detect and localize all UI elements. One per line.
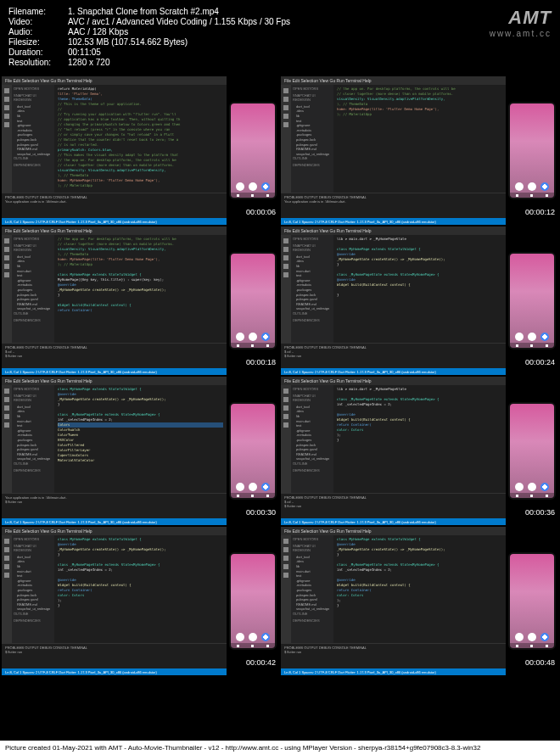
code-editor: class MyHomePage extends StatefulWidget …: [333, 535, 506, 643]
activity-bar: [281, 535, 291, 643]
terminal-line: $ flutter run: [5, 650, 223, 654]
phone-emulator: [227, 76, 279, 225]
project-label: SNAPCHAT UI REDESIGN: [14, 544, 53, 553]
phone-emulator: [506, 226, 558, 375]
vscode-ide: File Edit Selection View Go Run Terminal…: [281, 226, 506, 375]
code-line: }: [337, 293, 502, 298]
vscode-ide: File Edit Selection View Go Run Terminal…: [281, 527, 506, 675]
deps-label: DEPENDENCIES: [293, 318, 332, 323]
activity-bar: [2, 535, 12, 643]
deps-label: DEPENDENCIES: [14, 468, 53, 473]
activity-bar: [2, 85, 12, 193]
thumbnail-3: File Edit Selection View Go Run Terminal…: [2, 226, 279, 375]
deps-label: DEPENDENCIES: [14, 163, 53, 168]
project-label: SNAPCHAT UI REDESIGN: [14, 394, 53, 403]
thumbnail-grid: File Edit Selection View Go Run Terminal…: [0, 75, 560, 677]
status-bar: Ln 8, Col 1 Spaces: 2 UTF-8 CRLF Dart Fl…: [2, 668, 227, 675]
terminal-panel: Your application code is in .\lib\main.d…: [2, 493, 227, 518]
open-editors-label: OPEN EDITORS: [14, 237, 53, 242]
explorer-sidebar: OPEN EDITORS SNAPCHAT UI REDESIGN dart_t…: [291, 385, 333, 493]
phone-navbar: [231, 193, 275, 198]
ide-menubar: File Edit Selection View Go Run Terminal…: [281, 377, 506, 385]
logo-text: AMT: [490, 7, 552, 29]
thumbnail-4: File Edit Selection View Go Run Terminal…: [281, 226, 558, 375]
deps-label: DEPENDENCIES: [293, 468, 332, 473]
code-line: ); // MaterialApp: [337, 112, 502, 117]
activity-bar: [281, 385, 291, 493]
terminal-panel: PROBLEMS OUTPUT DEBUG CONSOLE TERMINAL Y…: [2, 193, 227, 218]
status-bar: Ln 8, Col 1 Spaces: 2 UTF-8 CRLF Dart Fl…: [281, 218, 506, 225]
debug-icon: [4, 114, 9, 119]
explorer-sidebar: OPEN EDITORS SNAPCHAT UI REDESIGN dart_t…: [12, 85, 54, 193]
phone-emulator: [227, 226, 279, 375]
status-bar: Ln 8, Col 1 Spaces: 2 UTF-8 CRLF Dart Fl…: [2, 518, 227, 525]
timestamp: 00:00:24: [525, 358, 555, 366]
deps-label: DEPENDENCIES: [14, 318, 53, 323]
filesize-label: Filesize:: [8, 37, 68, 47]
duration-value: 00:11:05: [68, 48, 552, 57]
code-editor: lib > main.dart > _MyHomePageState class…: [333, 235, 506, 343]
filename-value: 1. Snapchat Clone from Scratch #2.mp4: [68, 7, 552, 16]
terminal-output: Your application code is in .\lib\main.d…: [284, 199, 502, 204]
audio-value: AAC / 128 Kbps: [68, 27, 552, 36]
thumbnail-5: File Edit Selection View Go Run Terminal…: [2, 377, 279, 525]
explorer-sidebar: OPEN EDITORS SNAPCHAT UI REDESIGN dart_t…: [12, 385, 54, 493]
project-label: SNAPCHAT UI REDESIGN: [293, 544, 332, 553]
terminal-line: $ flutter run: [5, 500, 223, 504]
resolution-value: 1280 x 720: [68, 58, 552, 67]
open-editors-label: OPEN EDITORS: [293, 387, 332, 392]
vscode-ide: File Edit Selection View Go Run Terminal…: [2, 377, 227, 525]
ide-menubar: File Edit Selection View Go Run Terminal…: [281, 527, 506, 535]
code-editor: // the app on. For desktop platforms, th…: [333, 85, 506, 193]
terminal-line: $ flutter run: [284, 504, 502, 508]
deps-label: DEPENDENCIES: [293, 618, 332, 624]
open-editors-label: OPEN EDITORS: [293, 87, 332, 92]
vscode-ide: File Edit Selection View Go Run Terminal…: [2, 527, 227, 675]
phone-frame: [229, 102, 277, 199]
filesize-value: 102.53 MB (107.514.662 Bytes): [68, 37, 552, 47]
ide-menubar: File Edit Selection View Go Run Terminal…: [2, 226, 227, 235]
search-icon: [4, 97, 9, 102]
project-label: SNAPCHAT UI REDESIGN: [293, 394, 332, 403]
deps-label: DEPENDENCIES: [14, 618, 53, 624]
status-bar: Ln 8, Col 1 Spaces: 2 UTF-8 CRLF Dart Fl…: [281, 518, 506, 525]
code-editor: return MaterialApp( title: 'Flutter Demo…: [54, 85, 227, 193]
vscode-ide: File Edit Selection View Go Run Terminal…: [2, 226, 227, 375]
terminal-line: $ flutter run: [5, 354, 223, 358]
code-editor: lib > main.dart > _MyHomePageState class…: [333, 385, 506, 493]
explorer-sidebar: OPEN EDITORS SNAPCHAT UI REDESIGN dart_t…: [12, 535, 54, 643]
open-editors-label: OPEN EDITORS: [293, 537, 332, 542]
explorer-sidebar: OPEN EDITORS SNAPCHAT UI REDESIGN dart_t…: [12, 235, 54, 343]
code-editor: class MyHomePage extends StatefulWidget …: [54, 535, 227, 643]
explorer-sidebar: OPEN EDITORS SNAPCHAT UI REDESIGN dart_t…: [291, 535, 333, 643]
activity-bar: [2, 385, 12, 493]
terminal-panel: PROBLEMS OUTPUT DEBUG CONSOLE TERMINAL $…: [2, 343, 227, 368]
vscode-ide: File Edit Selection View Go Run Terminal…: [2, 76, 227, 225]
open-editors-label: OPEN EDITORS: [14, 537, 53, 542]
ide-menubar: File Edit Selection View Go Run Terminal…: [2, 527, 227, 535]
code-line: }: [337, 603, 502, 608]
activity-bar: [2, 235, 12, 343]
ide-menubar: File Edit Selection View Go Run Terminal…: [281, 76, 506, 85]
amt-logo: AMT www.amt.cc: [490, 7, 552, 38]
outline-label: OUTLINE: [14, 311, 53, 316]
phone-dock: [231, 182, 275, 191]
timestamp: 00:00:12: [525, 208, 555, 216]
scm-icon: [4, 105, 9, 110]
project-label: SNAPCHAT UI REDESIGN: [293, 243, 332, 253]
terminal-line: $ flutter run: [284, 650, 502, 654]
video-label: Video:: [8, 17, 68, 26]
status-bar: Ln 8, Col 1 Spaces: 2 UTF-8 CRLF Dart Fl…: [281, 368, 506, 375]
filename-label: Filename:: [8, 7, 68, 16]
terminal-panel: PROBLEMS OUTPUT DEBUG CONSOLE TERMINAL $…: [281, 343, 506, 368]
project-label: SNAPCHAT UI REDESIGN: [14, 93, 53, 103]
project-label: SNAPCHAT UI REDESIGN: [293, 93, 332, 103]
resolution-label: Resolution:: [8, 58, 68, 67]
outline-label: OUTLINE: [293, 612, 332, 617]
deps-label: DEPENDENCIES: [293, 163, 332, 168]
code-line: }: [58, 603, 223, 608]
terminal-output: Your application code is in .\lib\main.d…: [5, 199, 223, 204]
timestamp: 00:00:06: [246, 208, 276, 216]
phone-icon: [236, 182, 244, 191]
outline-label: OUTLINE: [14, 612, 53, 617]
